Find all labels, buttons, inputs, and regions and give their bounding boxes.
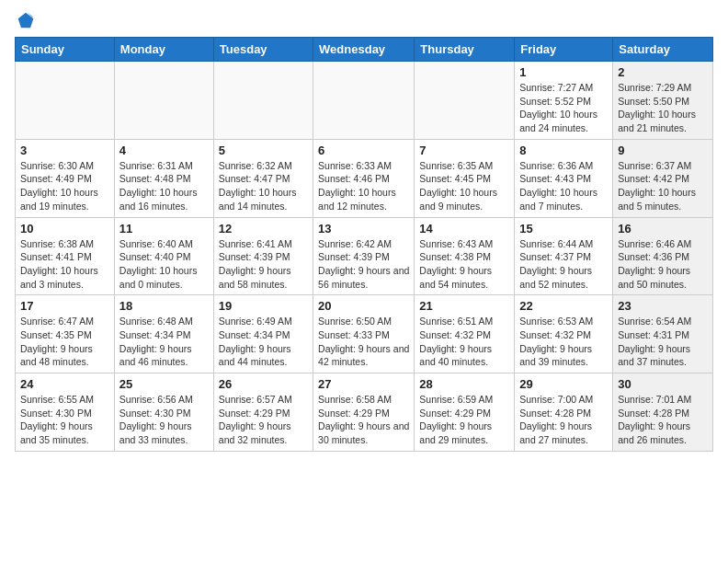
day-info: Sunrise: 6:37 AM Sunset: 4:42 PM Dayligh… (618, 159, 708, 213)
day-number: 13 (318, 222, 409, 236)
day-number: 21 (419, 299, 509, 313)
day-info: Sunrise: 7:00 AM Sunset: 4:28 PM Dayligh… (519, 393, 608, 447)
day-info: Sunrise: 6:55 AM Sunset: 4:30 PM Dayligh… (20, 393, 109, 447)
day-info: Sunrise: 6:51 AM Sunset: 4:32 PM Dayligh… (419, 315, 509, 369)
calendar-cell (313, 62, 415, 140)
calendar-cell: 25Sunrise: 6:56 AM Sunset: 4:30 PM Dayli… (114, 373, 213, 452)
day-info: Sunrise: 6:57 AM Sunset: 4:29 PM Dayligh… (219, 393, 308, 447)
calendar-header-monday: Monday (114, 38, 213, 62)
calendar-cell: 12Sunrise: 6:41 AM Sunset: 4:39 PM Dayli… (213, 217, 313, 295)
calendar-cell: 24Sunrise: 6:55 AM Sunset: 4:30 PM Dayli… (16, 373, 115, 452)
day-number: 29 (519, 377, 608, 391)
day-number: 19 (219, 299, 308, 313)
day-info: Sunrise: 7:01 AM Sunset: 4:28 PM Dayligh… (618, 393, 708, 447)
calendar-cell: 3Sunrise: 6:30 AM Sunset: 4:49 PM Daylig… (16, 139, 115, 217)
page: SundayMondayTuesdayWednesdayThursdayFrid… (0, 0, 728, 459)
day-number: 20 (318, 299, 409, 313)
day-number: 24 (20, 377, 109, 391)
day-info: Sunrise: 6:35 AM Sunset: 4:45 PM Dayligh… (419, 159, 509, 213)
calendar-header-thursday: Thursday (415, 38, 515, 62)
day-number: 10 (20, 222, 109, 236)
calendar-cell: 29Sunrise: 7:00 AM Sunset: 4:28 PM Dayli… (515, 373, 613, 452)
calendar-week-3: 10Sunrise: 6:38 AM Sunset: 4:41 PM Dayli… (16, 217, 713, 295)
day-info: Sunrise: 6:42 AM Sunset: 4:39 PM Dayligh… (318, 237, 409, 292)
day-info: Sunrise: 6:54 AM Sunset: 4:31 PM Dayligh… (618, 315, 708, 369)
day-number: 7 (419, 144, 509, 157)
day-info: Sunrise: 6:31 AM Sunset: 4:48 PM Dayligh… (119, 159, 209, 213)
day-info: Sunrise: 6:30 AM Sunset: 4:49 PM Dayligh… (20, 159, 109, 213)
calendar-cell (114, 62, 213, 140)
day-info: Sunrise: 6:32 AM Sunset: 4:47 PM Dayligh… (219, 159, 308, 213)
day-number: 30 (618, 377, 708, 391)
calendar-header-friday: Friday (515, 38, 613, 62)
day-number: 25 (119, 377, 209, 391)
calendar-cell: 2Sunrise: 7:29 AM Sunset: 5:50 PM Daylig… (613, 62, 713, 140)
calendar-cell: 5Sunrise: 6:32 AM Sunset: 4:47 PM Daylig… (213, 139, 313, 217)
calendar-header-wednesday: Wednesday (313, 38, 415, 62)
day-number: 28 (419, 377, 509, 391)
day-info: Sunrise: 6:49 AM Sunset: 4:34 PM Dayligh… (219, 315, 308, 369)
calendar-cell: 13Sunrise: 6:42 AM Sunset: 4:39 PM Dayli… (313, 217, 415, 295)
calendar-cell: 17Sunrise: 6:47 AM Sunset: 4:35 PM Dayli… (16, 295, 115, 373)
day-info: Sunrise: 6:40 AM Sunset: 4:40 PM Dayligh… (119, 237, 209, 292)
calendar-cell: 18Sunrise: 6:48 AM Sunset: 4:34 PM Dayli… (114, 295, 213, 373)
day-info: Sunrise: 6:33 AM Sunset: 4:46 PM Dayligh… (318, 159, 409, 213)
day-number: 5 (219, 144, 308, 157)
svg-marker-0 (18, 13, 34, 29)
day-number: 17 (20, 299, 109, 313)
day-info: Sunrise: 6:43 AM Sunset: 4:38 PM Dayligh… (419, 237, 509, 292)
header (15, 11, 713, 29)
day-info: Sunrise: 6:46 AM Sunset: 4:36 PM Dayligh… (618, 237, 708, 292)
calendar-cell: 16Sunrise: 6:46 AM Sunset: 4:36 PM Dayli… (613, 217, 713, 295)
calendar-header-saturday: Saturday (613, 38, 713, 62)
calendar-cell: 7Sunrise: 6:35 AM Sunset: 4:45 PM Daylig… (415, 139, 515, 217)
day-info: Sunrise: 6:41 AM Sunset: 4:39 PM Dayligh… (219, 237, 308, 292)
day-number: 8 (519, 144, 608, 157)
day-info: Sunrise: 6:58 AM Sunset: 4:29 PM Dayligh… (318, 393, 409, 447)
day-info: Sunrise: 6:44 AM Sunset: 4:37 PM Dayligh… (519, 237, 608, 292)
calendar-cell: 28Sunrise: 6:59 AM Sunset: 4:29 PM Dayli… (415, 373, 515, 452)
calendar-cell: 30Sunrise: 7:01 AM Sunset: 4:28 PM Dayli… (613, 373, 713, 452)
calendar-week-5: 24Sunrise: 6:55 AM Sunset: 4:30 PM Dayli… (16, 373, 713, 452)
day-info: Sunrise: 7:27 AM Sunset: 5:52 PM Dayligh… (519, 81, 608, 135)
calendar-cell (415, 62, 515, 140)
calendar-header-sunday: Sunday (16, 38, 115, 62)
day-info: Sunrise: 6:53 AM Sunset: 4:32 PM Dayligh… (519, 315, 608, 369)
calendar-cell: 23Sunrise: 6:54 AM Sunset: 4:31 PM Dayli… (613, 295, 713, 373)
day-number: 27 (318, 377, 409, 391)
day-info: Sunrise: 6:56 AM Sunset: 4:30 PM Dayligh… (119, 393, 209, 447)
calendar-table: SundayMondayTuesdayWednesdayThursdayFrid… (15, 37, 713, 452)
day-number: 23 (618, 299, 708, 313)
day-number: 15 (519, 222, 608, 236)
calendar-week-4: 17Sunrise: 6:47 AM Sunset: 4:35 PM Dayli… (16, 295, 713, 373)
calendar-cell: 26Sunrise: 6:57 AM Sunset: 4:29 PM Dayli… (213, 373, 313, 452)
calendar-cell: 4Sunrise: 6:31 AM Sunset: 4:48 PM Daylig… (114, 139, 213, 217)
day-number: 9 (618, 144, 708, 157)
calendar-header-row: SundayMondayTuesdayWednesdayThursdayFrid… (16, 38, 713, 62)
calendar-cell: 20Sunrise: 6:50 AM Sunset: 4:33 PM Dayli… (313, 295, 415, 373)
calendar-cell: 19Sunrise: 6:49 AM Sunset: 4:34 PM Dayli… (213, 295, 313, 373)
calendar-cell: 1Sunrise: 7:27 AM Sunset: 5:52 PM Daylig… (515, 62, 613, 140)
day-info: Sunrise: 6:38 AM Sunset: 4:41 PM Dayligh… (20, 237, 109, 292)
day-number: 4 (119, 144, 209, 157)
logo (15, 11, 35, 29)
day-number: 26 (219, 377, 308, 391)
day-number: 22 (519, 299, 608, 313)
day-info: Sunrise: 6:48 AM Sunset: 4:34 PM Dayligh… (119, 315, 209, 369)
day-info: Sunrise: 7:29 AM Sunset: 5:50 PM Dayligh… (618, 81, 708, 135)
logo-icon (17, 11, 35, 29)
calendar-cell: 8Sunrise: 6:36 AM Sunset: 4:43 PM Daylig… (515, 139, 613, 217)
day-info: Sunrise: 6:36 AM Sunset: 4:43 PM Dayligh… (519, 159, 608, 213)
calendar-cell: 22Sunrise: 6:53 AM Sunset: 4:32 PM Dayli… (515, 295, 613, 373)
day-number: 18 (119, 299, 209, 313)
day-number: 12 (219, 222, 308, 236)
calendar-cell: 11Sunrise: 6:40 AM Sunset: 4:40 PM Dayli… (114, 217, 213, 295)
calendar-cell (213, 62, 313, 140)
calendar-cell: 6Sunrise: 6:33 AM Sunset: 4:46 PM Daylig… (313, 139, 415, 217)
calendar-cell: 9Sunrise: 6:37 AM Sunset: 4:42 PM Daylig… (613, 139, 713, 217)
day-number: 14 (419, 222, 509, 236)
calendar-cell: 10Sunrise: 6:38 AM Sunset: 4:41 PM Dayli… (16, 217, 115, 295)
day-info: Sunrise: 6:47 AM Sunset: 4:35 PM Dayligh… (20, 315, 109, 369)
day-number: 16 (618, 222, 708, 236)
calendar-cell: 15Sunrise: 6:44 AM Sunset: 4:37 PM Dayli… (515, 217, 613, 295)
